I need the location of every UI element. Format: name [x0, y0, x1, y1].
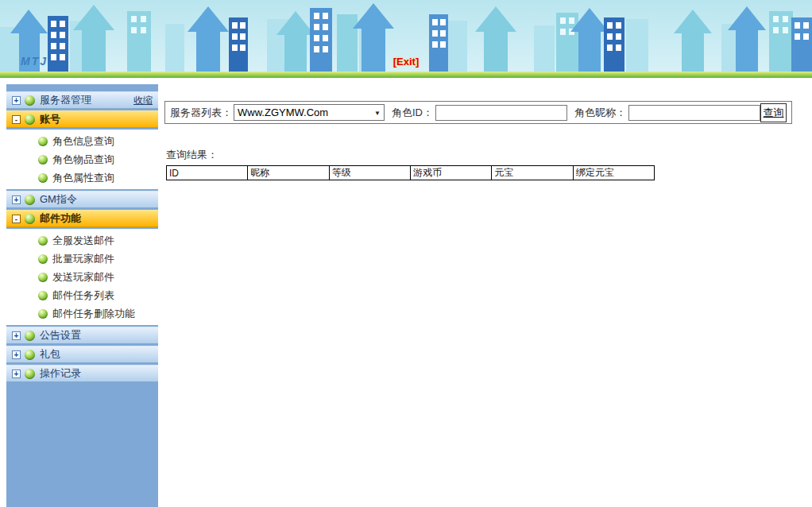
- sidebar-item-label: GM指令: [40, 192, 77, 207]
- sidebar-item-mail-task-delete[interactable]: 邮件任务删除功能: [6, 304, 158, 323]
- sidebar-item-role-info-query[interactable]: 角色信息查询: [6, 132, 158, 150]
- col-level: 等级: [329, 166, 410, 180]
- sidebar-item-operation-log[interactable]: + 操作记录: [6, 365, 158, 382]
- green-orb-icon: [38, 254, 48, 264]
- green-orb-icon: [38, 273, 48, 282]
- results-table: ID 昵称 等级 游戏币 元宝 绑定元宝: [166, 165, 655, 180]
- sidebar-item-gm-command[interactable]: + GM指令: [6, 191, 158, 208]
- role-nickname-input[interactable]: [628, 105, 760, 121]
- table-header-row: ID 昵称 等级 游戏币 元宝 绑定元宝: [167, 166, 655, 180]
- green-orb-icon: [25, 214, 35, 224]
- sidebar-item-label: 操作记录: [40, 366, 81, 381]
- green-orb-icon: [38, 137, 48, 146]
- green-orb-icon: [25, 114, 35, 125]
- sidebar-item-label: 服务器管理: [40, 93, 91, 107]
- sidebar-item-account[interactable]: - 账号: [6, 110, 158, 128]
- sidebar-item-label: 角色物品查询: [52, 153, 114, 167]
- header-banner: MTJ [Exit]: [0, 0, 812, 78]
- green-orb-icon: [38, 155, 48, 164]
- col-bound-yuanbao: 绑定元宝: [573, 166, 654, 180]
- green-orb-icon: [38, 173, 48, 183]
- sidebar-item-label: 批量玩家邮件: [52, 252, 114, 266]
- sidebar-item-gift[interactable]: + 礼包: [6, 346, 158, 363]
- green-orb-icon: [38, 309, 48, 319]
- expand-icon[interactable]: +: [12, 195, 21, 204]
- query-button[interactable]: 查询: [760, 103, 787, 122]
- sidebar-item-batch-player-mail[interactable]: 批量玩家邮件: [6, 250, 158, 268]
- sidebar-item-send-player-mail[interactable]: 发送玩家邮件: [6, 268, 158, 286]
- expand-icon[interactable]: +: [12, 370, 21, 378]
- sidebar-item-label: 邮件任务删除功能: [52, 307, 135, 321]
- green-orb-icon: [25, 331, 35, 341]
- sidebar-item-announcement[interactable]: + 公告设置: [6, 327, 158, 344]
- sidebar-item-mail-task-list[interactable]: 邮件任务列表: [6, 286, 158, 304]
- sidebar-item-label: 公告设置: [40, 328, 81, 343]
- green-orb-icon: [25, 369, 35, 379]
- server-select-wrap: Www.ZGYMW.Com ▼: [234, 104, 385, 121]
- server-select[interactable]: Www.ZGYMW.Com: [234, 104, 385, 121]
- sidebar-item-label: 全服发送邮件: [52, 234, 114, 248]
- sidebar-item-mail[interactable]: - 邮件功能: [6, 210, 158, 227]
- sidebar-item-role-attr-query[interactable]: 角色属性查询: [6, 168, 158, 187]
- sidebar-item-send-all-mail[interactable]: 全服发送邮件: [6, 231, 158, 250]
- query-form: 服务器列表： Www.ZGYMW.Com ▼ 角色ID： 角色昵称： 查询: [164, 101, 792, 124]
- collapse-icon[interactable]: -: [12, 215, 21, 223]
- sidebar-item-server-management[interactable]: + 服务器管理 收缩: [6, 91, 158, 109]
- sidebar-item-label: 礼包: [40, 347, 60, 362]
- green-orb-icon: [25, 350, 35, 360]
- green-orb-icon: [25, 95, 35, 106]
- expand-icon[interactable]: +: [12, 350, 21, 359]
- sidebar-item-label: 邮件任务列表: [52, 288, 114, 303]
- logo: MTJ: [21, 55, 48, 68]
- exit-link[interactable]: [Exit]: [393, 56, 420, 68]
- col-yuanbao: 元宝: [492, 166, 573, 180]
- role-id-input[interactable]: [435, 105, 567, 121]
- col-game-coin: 游戏币: [410, 166, 491, 180]
- role-nickname-label: 角色昵称：: [574, 106, 626, 120]
- sidebar-item-label: 角色信息查询: [52, 134, 114, 149]
- collapse-link[interactable]: 收缩: [133, 94, 155, 107]
- sidebar-item-label: 发送玩家邮件: [52, 270, 114, 284]
- sidebar-item-label: 邮件功能: [40, 211, 81, 226]
- server-list-label: 服务器列表：: [170, 106, 232, 120]
- results-label: 查询结果：: [166, 148, 812, 162]
- role-id-label: 角色ID：: [392, 106, 433, 120]
- collapse-icon[interactable]: -: [12, 115, 21, 124]
- expand-icon[interactable]: +: [12, 96, 21, 105]
- expand-icon[interactable]: +: [12, 331, 21, 340]
- col-nickname: 昵称: [248, 166, 329, 180]
- sidebar-item-role-item-query[interactable]: 角色物品查询: [6, 150, 158, 168]
- account-submenu: 角色信息查询 角色物品查询 角色属性查询: [6, 130, 158, 189]
- sidebar-item-label: 角色属性查询: [52, 171, 114, 185]
- col-id: ID: [167, 166, 248, 180]
- mail-submenu: 全服发送邮件 批量玩家邮件 发送玩家邮件 邮件任务列表 邮件任务删除功能: [6, 229, 158, 325]
- main-content: 服务器列表： Www.ZGYMW.Com ▼ 角色ID： 角色昵称： 查询 查询…: [158, 78, 812, 507]
- sidebar-item-label: 账号: [40, 112, 60, 126]
- grass-strip: [0, 72, 812, 78]
- green-orb-icon: [38, 291, 48, 300]
- green-orb-icon: [38, 236, 48, 246]
- sidebar: + 服务器管理 收缩 - 账号 角色信息查询 角色物品查询 角色属性查询 + G…: [6, 84, 158, 507]
- green-orb-icon: [25, 195, 35, 205]
